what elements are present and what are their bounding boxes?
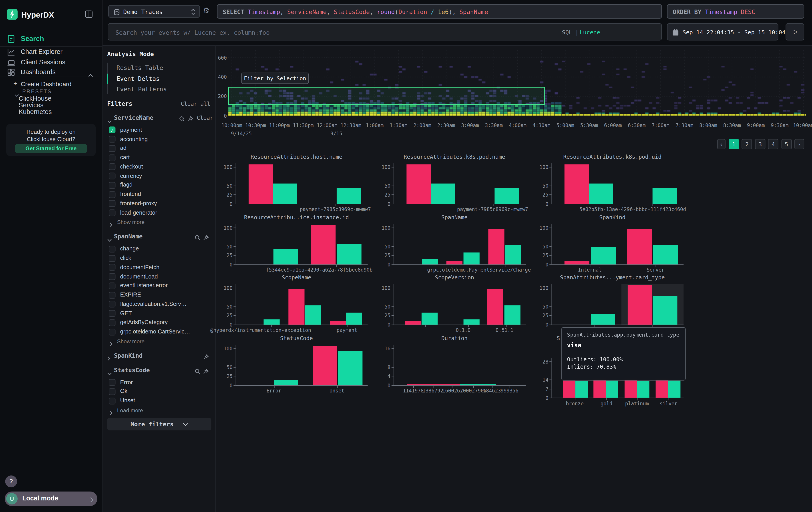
checkbox-payment[interactable]: ✓ — [109, 127, 115, 133]
chevron-right-icon[interactable] — [109, 220, 112, 229]
page-prev[interactable]: ‹ — [717, 139, 726, 150]
checkbox-cart[interactable] — [109, 154, 115, 161]
get-started-button[interactable]: Get Started for Free — [15, 144, 87, 153]
filter-item-checkout[interactable]: checkout — [120, 163, 143, 169]
search-input[interactable]: Search your events w/ Lucene ex. column:… — [108, 23, 662, 41]
pin-icon[interactable] — [203, 352, 209, 362]
checkbox-getAdsByCategory[interactable] — [109, 319, 115, 326]
inlier-bar[interactable] — [591, 247, 616, 265]
inlier-bar[interactable] — [589, 184, 613, 204]
checkbox-load-generator[interactable] — [109, 210, 115, 216]
chevron-right-icon[interactable] — [109, 408, 112, 417]
checkbox-grpc.oteldemo.CartServic…[interactable] — [109, 329, 115, 335]
inlier-bar[interactable] — [653, 296, 677, 325]
checkbox-checkout[interactable] — [109, 163, 115, 170]
chevron-down-icon[interactable] — [107, 115, 112, 125]
outlier-bar[interactable] — [625, 380, 637, 398]
filter-group-footer[interactable]: Show more — [117, 219, 145, 225]
outlier-bar[interactable] — [406, 164, 431, 204]
checkbox-frontend-proxy[interactable] — [109, 200, 115, 207]
heatmap-canvas[interactable] — [228, 50, 806, 115]
filter-item-change[interactable]: change — [120, 245, 139, 251]
inlier-bar[interactable] — [305, 305, 321, 325]
help-button[interactable]: ? — [5, 476, 17, 487]
sidebar-item-client-sessions[interactable]: Client Sessions — [0, 58, 103, 68]
filter-item-Unset[interactable]: Unset — [120, 397, 135, 403]
outlier-bar[interactable] — [487, 289, 503, 325]
outlier-bar[interactable] — [249, 164, 273, 204]
lucene-toggle[interactable]: Lucene — [580, 29, 600, 36]
filter-group-clear[interactable]: Clear — [197, 114, 213, 120]
filter-item-EXPIRE[interactable]: EXPIRE — [120, 291, 141, 298]
outlier-bar[interactable] — [656, 380, 668, 398]
pin-icon[interactable] — [203, 367, 209, 376]
page-1[interactable]: 1 — [729, 139, 739, 150]
more-filters-button[interactable]: More filters — [107, 418, 211, 430]
sidebar-item-dashboards[interactable]: Dashboards — [0, 68, 103, 77]
filter-item-cart[interactable]: cart — [120, 154, 129, 160]
filter-item-frontend[interactable]: frontend — [120, 191, 141, 197]
presets-toggle[interactable]: PRESETS — [0, 88, 103, 96]
page-2[interactable]: 2 — [742, 139, 752, 150]
outlier-bar[interactable] — [593, 380, 606, 398]
outlier-bar[interactable] — [405, 321, 421, 324]
analysis-mode-results-table[interactable]: Results Table — [117, 64, 163, 72]
analysis-mode-event-deltas[interactable]: Event Deltas — [117, 75, 160, 82]
checkbox-Unset[interactable] — [109, 397, 115, 404]
inlier-bar[interactable] — [338, 351, 362, 385]
checkbox-GET[interactable] — [109, 310, 115, 317]
filter-item-getAdsByCategory[interactable]: getAdsByCategory — [120, 319, 168, 325]
outlier-bar[interactable] — [627, 228, 652, 265]
select-query-input[interactable]: SELECT Timestamp, ServiceName, StatusCod… — [217, 4, 662, 19]
inlier-bar[interactable] — [575, 381, 588, 398]
inlier-bar[interactable] — [431, 184, 455, 204]
checkbox-change[interactable] — [109, 246, 115, 252]
checkbox-accounting[interactable] — [109, 136, 115, 142]
source-selector[interactable]: Demo Traces — [108, 5, 200, 18]
filter-group-footer[interactable]: Load more — [117, 407, 143, 413]
filter-item-payment[interactable]: payment — [120, 127, 142, 133]
analysis-mode-event-patterns[interactable]: Event Patterns — [117, 86, 167, 93]
inlier-bar[interactable] — [464, 253, 480, 265]
local-mode-pill[interactable]: U Local mode — [5, 491, 97, 506]
filter-item-documentFetch[interactable]: documentFetch — [120, 264, 160, 270]
run-query-button[interactable]: ▷ — [786, 23, 804, 41]
filter-item-GET[interactable]: GET — [120, 310, 132, 316]
sidebar-item-search[interactable]: Search — [0, 33, 103, 45]
inlier-bar[interactable] — [264, 319, 280, 325]
filter-item-Ok[interactable]: Ok — [120, 388, 127, 394]
checkbox-flagd[interactable] — [109, 182, 115, 189]
checkbox-ad[interactable] — [109, 145, 115, 152]
outlier-bar[interactable] — [489, 228, 504, 265]
inlier-bar[interactable] — [591, 314, 615, 325]
outlier-bar[interactable] — [330, 321, 346, 324]
sidebar-collapse-icon[interactable] — [85, 10, 93, 20]
inlier-bar[interactable] — [464, 319, 480, 325]
chevron-right-icon[interactable] — [107, 353, 110, 362]
filter-item-flagd[interactable]: flagd — [120, 182, 133, 188]
filter-item-currency[interactable]: currency — [120, 172, 142, 179]
chevron-down-icon[interactable] — [107, 368, 112, 377]
inlier-bar[interactable] — [494, 188, 519, 204]
filter-item-grpc.oteldemo.CartServic…[interactable]: grpc.oteldemo.CartServic… — [120, 328, 190, 334]
inlier-bar[interactable] — [606, 381, 618, 398]
checkbox-frontend[interactable] — [109, 191, 115, 198]
settings-gear-icon[interactable]: ⚙ — [203, 6, 209, 15]
page-5[interactable]: 5 — [781, 139, 792, 150]
filter-item-Error[interactable]: Error — [120, 379, 133, 385]
page-3[interactable]: 3 — [755, 139, 765, 150]
checkbox-eventListener.error[interactable] — [109, 282, 115, 289]
filter-item-flagd.evaluation.v1.Serv…[interactable]: flagd.evaluation.v1.Serv… — [120, 300, 186, 307]
pin-icon[interactable] — [187, 114, 193, 124]
checkbox-EXPIRE[interactable] — [109, 292, 115, 298]
preset-services[interactable]: Services — [19, 102, 44, 109]
inlier-bar[interactable] — [337, 244, 361, 265]
filter-group-ServiceName[interactable]: ServiceName — [114, 114, 153, 121]
pin-icon[interactable] — [203, 234, 209, 243]
search-icon[interactable] — [195, 234, 201, 243]
filter-item-accounting[interactable]: accounting — [120, 136, 148, 142]
outlier-bar[interactable] — [288, 289, 304, 325]
inlier-bar[interactable] — [422, 259, 438, 265]
chevron-down-icon[interactable] — [107, 235, 112, 244]
create-dashboard-button[interactable]: + Create Dashboard — [0, 79, 103, 88]
